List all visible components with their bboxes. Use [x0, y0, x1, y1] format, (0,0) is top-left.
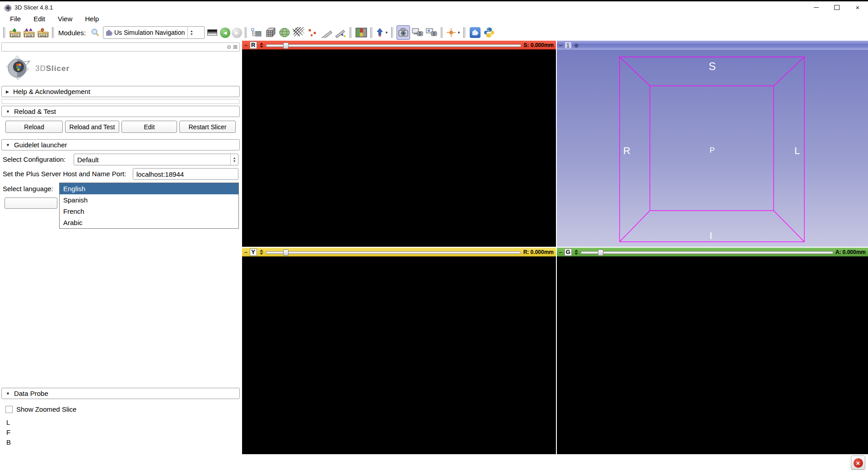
- screenshot-button[interactable]: [397, 25, 410, 40]
- collapse-pin-icon[interactable]: –: [244, 42, 247, 48]
- crosshair-icon: [446, 28, 456, 38]
- menu-view[interactable]: View: [51, 15, 79, 23]
- scene-view-button[interactable]: [411, 26, 424, 39]
- collapse-pin-icon[interactable]: –: [559, 249, 562, 255]
- red-slice-slider[interactable]: [266, 42, 522, 49]
- toolbar-handle[interactable]: [391, 27, 394, 38]
- slicer-logo-icon: [4, 53, 33, 85]
- window-title: 3D Slicer 4.8.1: [14, 4, 53, 11]
- section-guidelet-label: Guidelet launcher: [14, 141, 67, 149]
- layout-selector-button[interactable]: [355, 26, 368, 39]
- maximize-icon: [834, 5, 840, 10]
- configuration-spinner[interactable]: ▲ ▼: [230, 154, 238, 165]
- yellow-slice-slider[interactable]: [266, 249, 521, 256]
- volume-cube-icon: [265, 27, 276, 38]
- red-slice-viewport[interactable]: [242, 50, 556, 247]
- forward-icon: ▶: [235, 30, 239, 35]
- load-dicom-button[interactable]: DCM: [23, 26, 35, 39]
- module-search-button[interactable]: [89, 26, 102, 39]
- language-option-arabic[interactable]: Arabic: [60, 217, 238, 228]
- toolbar-handle[interactable]: [441, 27, 443, 38]
- slider-handle[interactable]: [598, 249, 603, 256]
- configuration-combobox[interactable]: Default ▲ ▼: [74, 154, 238, 165]
- toolbar-handle[interactable]: [350, 27, 352, 38]
- collapse-pin-icon[interactable]: –: [559, 42, 562, 48]
- menu-help[interactable]: Help: [79, 15, 105, 23]
- chevron-right-icon: ▶: [6, 89, 9, 94]
- save-button[interactable]: SAVE: [37, 26, 49, 39]
- history-back-button[interactable]: ◀: [220, 28, 230, 38]
- modules-combobox[interactable]: Us Simulation Navigation ▲ ▼: [103, 26, 205, 39]
- models-button[interactable]: [278, 26, 291, 39]
- language-apply-button[interactable]: [5, 197, 57, 209]
- slider-handle[interactable]: [283, 249, 289, 256]
- ruler-icon: [321, 27, 332, 38]
- error-log-button[interactable]: ×: [851, 456, 865, 470]
- yellow-slice-viewport[interactable]: [242, 257, 556, 454]
- center-view-icon[interactable]: ⊕: [574, 42, 579, 48]
- section-guidelet-launcher[interactable]: ▼ Guidelet launcher: [1, 139, 240, 150]
- spinner-up-icon: ▲: [233, 156, 236, 160]
- toolbar-handle[interactable]: [52, 27, 55, 38]
- close-button[interactable]: ×: [847, 1, 868, 14]
- spinner-up-icon: ▲: [190, 29, 193, 33]
- slice-link-icon[interactable]: [259, 249, 264, 255]
- toolbar-handle[interactable]: [463, 27, 466, 38]
- section-reload-test[interactable]: ▼ Reload & Test: [1, 106, 240, 117]
- edit-button[interactable]: Edit: [121, 121, 177, 133]
- language-option-french[interactable]: French: [60, 206, 238, 217]
- green-slice-slider[interactable]: [581, 249, 833, 256]
- panel-help-icon[interactable]: ⊘: [227, 44, 231, 50]
- crosshair-button[interactable]: ▼: [446, 26, 461, 39]
- history-forward-button[interactable]: ▶: [232, 28, 242, 38]
- panel-close-icon[interactable]: ⊠: [233, 44, 238, 50]
- restore-scene-view-button[interactable]: [425, 26, 438, 39]
- slice-link-icon[interactable]: [574, 249, 579, 255]
- collapse-pin-icon[interactable]: –: [244, 249, 247, 255]
- slicer-logo-text: 3DSlicer: [35, 64, 70, 73]
- maximize-button[interactable]: [826, 1, 847, 14]
- annotations-button[interactable]: [334, 26, 347, 39]
- yellow-view-label[interactable]: Y: [250, 249, 257, 256]
- config-label: Select Configuration:: [3, 154, 65, 165]
- slider-handle[interactable]: [283, 42, 289, 49]
- modules-combo-spinner[interactable]: ▲ ▼: [187, 27, 195, 38]
- mesh-editor-button[interactable]: [292, 26, 305, 39]
- green-view-label[interactable]: G: [565, 249, 572, 256]
- threed-viewport[interactable]: S R P L I: [557, 50, 868, 247]
- show-zoomed-slice-checkbox[interactable]: [5, 406, 13, 413]
- slice-link-icon[interactable]: [259, 42, 264, 48]
- minimize-button[interactable]: [806, 1, 826, 14]
- orientation-label-right: R: [623, 145, 630, 156]
- modules-combo-value: Us Simulation Navigation: [112, 29, 187, 36]
- module-history-button[interactable]: [250, 26, 263, 39]
- section-data-probe[interactable]: ▼ Data Probe: [1, 388, 240, 399]
- ruler-button[interactable]: [320, 26, 333, 39]
- toolbar-handle[interactable]: [3, 27, 6, 38]
- menu-file[interactable]: File: [4, 15, 27, 23]
- python-console-button[interactable]: [483, 26, 495, 39]
- restart-slicer-button[interactable]: Restart Slicer: [179, 121, 236, 133]
- toolbar-handle[interactable]: [245, 27, 247, 38]
- red-view-label[interactable]: R: [250, 42, 257, 49]
- extensions-manager-button[interactable]: [469, 26, 481, 39]
- language-option-spanish[interactable]: Spanish: [60, 194, 238, 206]
- menu-edit[interactable]: Edit: [27, 15, 51, 23]
- section-help-acknowledgement[interactable]: ▶ Help & Acknowledgement: [1, 86, 240, 97]
- title-bar: 3D Slicer 4.8.1 ×: [0, 0, 868, 14]
- threed-view-label[interactable]: 1: [565, 42, 572, 49]
- load-data-button[interactable]: DATA: [9, 26, 21, 39]
- slider-groove: [266, 251, 521, 254]
- mouse-interaction-button[interactable]: ▼: [376, 26, 388, 39]
- volume-rendering-button[interactable]: [264, 26, 277, 39]
- close-icon: ×: [856, 4, 860, 11]
- window-level-button[interactable]: [206, 26, 219, 39]
- green-slice-offset: A: 0.000mm: [835, 249, 866, 255]
- reload-button[interactable]: Reload: [5, 121, 63, 133]
- server-port-input[interactable]: localhost:18944: [133, 168, 238, 180]
- reload-and-test-button[interactable]: Reload and Test: [65, 121, 119, 133]
- green-slice-viewport[interactable]: [557, 257, 868, 454]
- markups-button[interactable]: [306, 26, 319, 39]
- toolbar-handle[interactable]: [370, 27, 373, 38]
- language-option-english[interactable]: English: [60, 183, 238, 194]
